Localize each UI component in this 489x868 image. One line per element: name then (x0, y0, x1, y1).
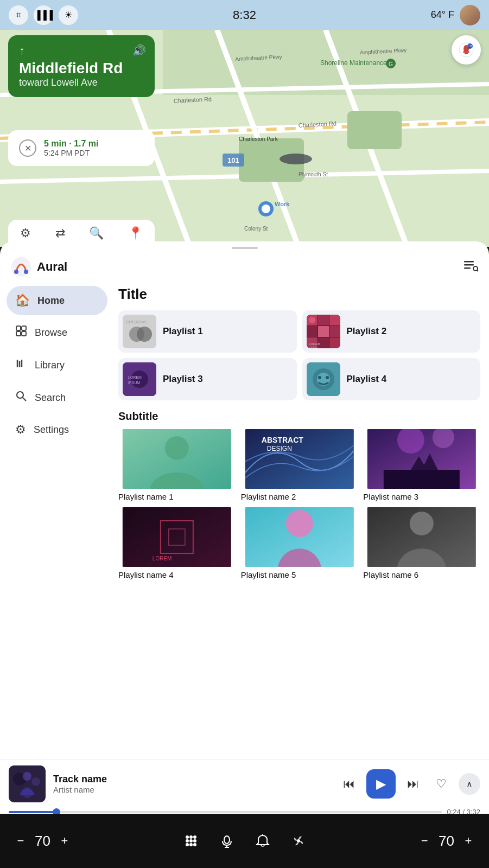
sidebar-item-home[interactable]: 🏠 Home (7, 286, 107, 315)
svg-text:Colony St: Colony St (244, 226, 268, 232)
svg-point-36 (14, 270, 18, 274)
svg-rect-11 (347, 111, 402, 149)
svg-text:DESIGN: DESIGN (266, 445, 291, 452)
named-playlist-card-5[interactable]: Playlist name 5 (241, 507, 358, 580)
settings-icon[interactable]: ⚙ (20, 226, 31, 240)
playlist-card-4[interactable]: Playlist 4 (302, 358, 481, 400)
vol-right-minus[interactable]: − (415, 831, 434, 851)
svg-point-70 (131, 371, 148, 388)
like-button[interactable]: ♡ (430, 773, 452, 795)
eta-arrival: 5:24 PM PDT (44, 149, 98, 157)
svg-point-103 (186, 839, 189, 843)
svg-text:Shoreline Maintenance: Shoreline Maintenance (320, 59, 387, 67)
progress-track[interactable] (9, 811, 442, 813)
svg-point-77 (326, 376, 329, 379)
playlist-card-3[interactable]: LOREM IPSUM Playlist 3 (118, 358, 297, 400)
play-button[interactable]: ▶ (366, 769, 396, 799)
sys-center-buttons (178, 828, 312, 854)
mic-fab[interactable]: 🎤 (452, 35, 481, 65)
named-playlist-card-4[interactable]: LOREM Playlist name 4 (118, 507, 236, 580)
svg-point-109 (224, 836, 230, 844)
eta-close-button[interactable]: ✕ (19, 139, 36, 157)
grid-icon[interactable] (178, 828, 204, 854)
browse-icon (15, 325, 27, 340)
np-track-name: Track name (53, 774, 331, 785)
route-icon[interactable]: ⇄ (55, 226, 65, 240)
section-subtitle: Subtitle (118, 410, 480, 423)
progress-fill (9, 811, 56, 813)
named-playlist-card-2[interactable]: ABSTRACT DESIGN Playlist name 2 (241, 429, 358, 502)
svg-point-106 (186, 843, 189, 846)
sidebar-item-library[interactable]: Library (7, 350, 107, 380)
eta-card: ✕ 5 min · 1.7 mi 5:24 PM PDT (8, 130, 155, 166)
np-album-art (9, 765, 46, 802)
svg-point-76 (318, 376, 321, 379)
svg-rect-60 (329, 315, 340, 326)
mic-system-icon[interactable] (214, 828, 240, 854)
svg-point-102 (193, 835, 196, 839)
named-playlist-card-1[interactable]: Playlist name 1 (118, 429, 236, 502)
named-playlist-label-6: Playlist name 6 (363, 570, 418, 579)
named-playlist-img-2: ABSTRACT DESIGN (241, 429, 358, 489)
svg-point-92 (285, 510, 313, 537)
named-playlist-label-1: Playlist name 1 (118, 492, 174, 501)
sidebar-item-search[interactable]: Search (7, 382, 107, 413)
map-section: 101 Work Charleston Rd Charleston Rd Ply… (0, 30, 489, 247)
vol-right-group: − 70 + (415, 831, 478, 851)
search-icon (15, 390, 27, 405)
svg-rect-66 (329, 337, 340, 348)
app-logo-icon (11, 257, 31, 277)
system-bar: − 70 + (0, 814, 489, 868)
sidebar-label-home: Home (37, 295, 65, 307)
named-playlist-label-3: Playlist name 3 (363, 492, 418, 501)
queue-icon[interactable] (463, 258, 478, 276)
named-playlist-card-3[interactable]: Playlist name 3 (363, 429, 480, 502)
avatar[interactable] (460, 5, 480, 25)
playlist-card-1[interactable]: CREATIVE Playlist 1 (118, 310, 297, 353)
playlist-grid: CREATIVE Playlist 1 (118, 310, 480, 400)
np-artist-name: Artist name (53, 785, 331, 794)
svg-rect-63 (329, 326, 340, 337)
drag-handle[interactable] (232, 247, 258, 249)
svg-rect-45 (16, 331, 21, 336)
svg-point-15 (262, 205, 270, 213)
expand-button[interactable]: ∧ (459, 773, 480, 795)
named-playlist-img-1 (118, 429, 236, 489)
svg-rect-87 (123, 507, 231, 567)
next-button[interactable]: ⏭ (402, 773, 424, 795)
sidebar-item-settings[interactable]: ⚙ Settings (7, 415, 107, 444)
sidebar-item-browse[interactable]: Browse (7, 317, 107, 348)
vol-left-minus[interactable]: − (11, 831, 30, 851)
playlist-name-1: Playlist 1 (163, 326, 203, 337)
playlist-card-2[interactable]: LOREM IPSUM Playlist 2 (302, 310, 481, 353)
vol-right-plus[interactable]: + (459, 831, 478, 851)
brightness-icon[interactable]: ☀ (59, 5, 78, 25)
named-playlist-label-2: Playlist name 2 (241, 492, 296, 501)
svg-text:LOREM: LOREM (153, 556, 172, 561)
sidebar-label-search: Search (35, 392, 66, 404)
nav-road-name: Middlefield Rd (19, 60, 144, 77)
named-playlist-img-4: LOREM (118, 507, 236, 567)
svg-text:Charleston Park: Charleston Park (239, 136, 278, 142)
svg-rect-39 (464, 264, 474, 266)
fan-icon[interactable] (285, 828, 312, 854)
named-playlist-card-6[interactable]: Playlist name 6 (363, 507, 480, 580)
bluetooth-icon[interactable]: ⌗ (9, 5, 28, 25)
svg-rect-38 (464, 261, 474, 263)
svg-text:IPSUM: IPSUM (309, 346, 317, 348)
svg-rect-62 (318, 326, 329, 337)
svg-point-105 (193, 839, 196, 843)
playlist-name-2: Playlist 2 (347, 326, 387, 337)
status-left-icons: ⌗ ▐▐▐ ☀ (9, 5, 78, 25)
section-title: Title (118, 286, 480, 303)
svg-point-79 (165, 436, 189, 460)
search-map-icon[interactable]: 🔍 (89, 226, 104, 240)
nav-toward: toward Lowell Ave (19, 77, 144, 88)
panel-body: 🏠 Home Browse (0, 282, 489, 589)
signal-icon: ▐▐▐ (34, 5, 53, 25)
prev-button[interactable]: ⏮ (338, 773, 360, 795)
nav-sound-icon[interactable]: 🔊 (132, 44, 146, 57)
notification-icon[interactable] (250, 828, 276, 854)
vol-left-plus[interactable]: + (55, 831, 74, 851)
location-pin-icon[interactable]: 📍 (128, 226, 143, 240)
